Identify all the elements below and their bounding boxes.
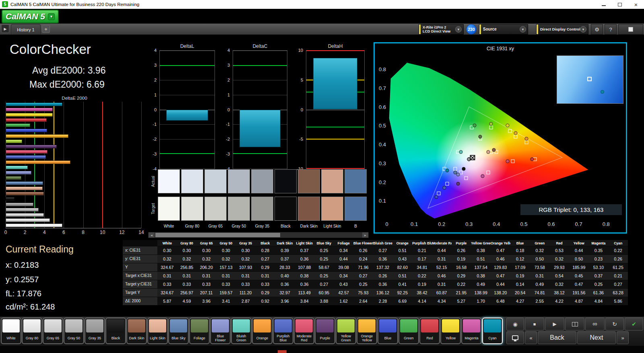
patch-swatch-light-skin [149, 319, 166, 332]
patch-button-foliage[interactable]: Foliage [189, 318, 210, 344]
patch-button-red[interactable]: Red [419, 318, 440, 344]
logo-dropdown-button[interactable]: ▾ [48, 13, 55, 20]
stop-button[interactable]: ■ [525, 318, 544, 330]
tab-expander-button[interactable]: ▶ [1, 25, 9, 33]
target-swatch-black [275, 197, 297, 221]
play-button[interactable]: ▶ [545, 318, 564, 330]
cell-y-cie31-orange: 0.43 [392, 254, 412, 263]
reading-cdm2: cd/m²: 61.248 [6, 302, 55, 312]
patch-button-bluish-green[interactable]: Bluish Green [231, 318, 252, 344]
patch-label-blue: Blue [378, 333, 397, 343]
y-tick-label: 1 [154, 92, 157, 97]
cell-y-black: 0.29 [256, 263, 275, 271]
cell-target-x-cie31-blue: 0.19 [510, 271, 530, 280]
patch-button-blue-sky[interactable]: Blue Sky [168, 318, 189, 344]
cell--e-2000-gray-65: 3.96 [196, 297, 216, 305]
calman-window: 5 CalMAN 5 CalMAN Ultimate for Business … [0, 0, 644, 353]
source-dropdown[interactable]: Source ▼ [479, 24, 528, 35]
cell-target-y-moderate-red: 60.87 [432, 288, 452, 297]
cell--e-2000-bluish-green: 2.28 [373, 297, 393, 305]
refresh-button[interactable]: ↻ [605, 318, 624, 330]
swatch-scrollbar[interactable]: ◂ ▸ [148, 232, 369, 238]
cell-target-y-cyan: 63.28 [608, 288, 628, 297]
cell-y-cie31-moderate-red: 0.31 [432, 254, 452, 263]
display-button[interactable] [506, 331, 524, 344]
cell-target-x-cie31-orange-yellow: 0.47 [491, 271, 510, 280]
patch-label-green: Green [399, 333, 418, 343]
cie-measured-light-skin [486, 150, 490, 154]
patch-button-green[interactable]: Green [398, 318, 419, 344]
patch-button-orange[interactable]: Orange [252, 318, 272, 344]
col-header-blue: Blue [510, 240, 530, 246]
patch-button-magenta[interactable]: Magenta [461, 318, 482, 344]
scrollbar-track[interactable] [155, 232, 362, 238]
continuous-button[interactable]: ∞ [585, 318, 605, 330]
patch-button-light-skin[interactable]: Light Skin [147, 318, 168, 344]
swatch-column-label: Gray 35 [251, 224, 273, 230]
patch-button-gray-65[interactable]: Gray 65 [43, 318, 63, 344]
cell-y-green: 73.58 [530, 263, 549, 271]
cell-target-y-yellow-green: 138.99 [471, 288, 491, 297]
patch-button-cyan[interactable]: Cyan [482, 318, 503, 344]
cell-x-cie31-gray-50: 0.30 [216, 246, 236, 254]
pattern-button[interactable] [565, 318, 584, 330]
patch-button-purple[interactable]: Purple [315, 318, 335, 344]
help-button[interactable]: ? [605, 24, 617, 35]
deltah-chart: DeltaH 1050-5-10 [295, 43, 365, 169]
patch-button-gray-80[interactable]: Gray 80 [22, 318, 42, 344]
scroll-left-button[interactable]: ◂ [149, 232, 155, 238]
aperture-button[interactable]: ◉ [506, 318, 524, 330]
scroll-right-button[interactable]: ▸ [362, 232, 368, 238]
patch-swatch-orange [254, 319, 271, 332]
cie-y-tick: 0.6 [379, 104, 386, 110]
add-tab-button[interactable]: + [42, 25, 50, 33]
cell-x-cie31-blue: 0.18 [510, 246, 530, 254]
patch-button-blue-flower[interactable]: Blue Flower [210, 318, 231, 344]
confirm-button[interactable]: ✔ [625, 318, 643, 330]
minimize-button[interactable] [596, 0, 612, 9]
gridline [233, 168, 287, 169]
cie-y-tick: 0.1 [379, 198, 386, 204]
patch-button-orange-yellow[interactable]: Orange Yellow [357, 318, 377, 344]
patch-button-purplish-blue[interactable]: Purplish Blue [273, 318, 293, 344]
patch-button-moderate-red[interactable]: Moderate Red [294, 318, 314, 344]
deltal-title: DeltaL [159, 43, 215, 49]
tab-history-1[interactable]: History 1 [11, 24, 41, 35]
first-button[interactable]: « [525, 331, 537, 344]
settings-button[interactable]: ⚙ [591, 24, 603, 35]
patch-button-white[interactable]: White [1, 318, 21, 344]
actual-swatch-row [158, 169, 369, 193]
cell-target-y-cie31-black: 0.33 [256, 280, 275, 288]
cell-target-y-light-skin: 113.49 [295, 288, 314, 297]
patch-button-gray-35[interactable]: Gray 35 [85, 318, 105, 344]
last-button[interactable]: » [617, 331, 629, 344]
cell-target-x-cie31-gray-50: 0.31 [216, 271, 236, 280]
back-button[interactable]: Back [538, 331, 576, 344]
patch-label-gray-80: Gray 80 [23, 333, 41, 343]
patch-button-blue[interactable]: Blue [378, 318, 398, 344]
patch-button-dark-skin[interactable]: Dark Skin [126, 318, 147, 344]
deltal-chart: DeltaL 43210-1-2-3-4 [148, 43, 215, 169]
maximize-button[interactable] [612, 0, 628, 9]
cell-target-x-cie31-blue-sky: 0.25 [314, 271, 334, 280]
cie-measured-bluish-green [459, 150, 462, 154]
deltae-bar-white [6, 224, 62, 227]
patch-button-gray-50[interactable]: Gray 50 [64, 318, 84, 344]
patch-swatch-magenta [463, 319, 480, 332]
scrollbar-thumb[interactable] [155, 233, 280, 237]
row-header-y: Y [123, 263, 157, 271]
next-button[interactable]: Next [577, 331, 616, 344]
display-control-dropdown[interactable]: Direct Display Control ▼ [536, 24, 588, 35]
cell-y-cie31-gray-80: 0.32 [177, 254, 197, 263]
window-mode-button[interactable] [618, 24, 643, 35]
cie-measured-blue [434, 195, 438, 199]
patch-button-yellow-green[interactable]: Yellow Green [336, 318, 356, 344]
patch-button-black[interactable]: Black [105, 318, 126, 344]
close-button[interactable]: × [628, 0, 644, 9]
patch-swatch-purplish-blue [275, 319, 292, 332]
meter-dropdown[interactable]: X-Rite i1Pro 2 LCD Direct View ▼ [419, 24, 464, 35]
cell-target-x-cie31-gray-65: 0.31 [196, 271, 216, 280]
patch-button-yellow[interactable]: Yellow [440, 318, 461, 344]
col-header-blue-sky: Blue Sky [314, 240, 334, 246]
cell-target-y-magenta: 61.36 [589, 288, 609, 297]
